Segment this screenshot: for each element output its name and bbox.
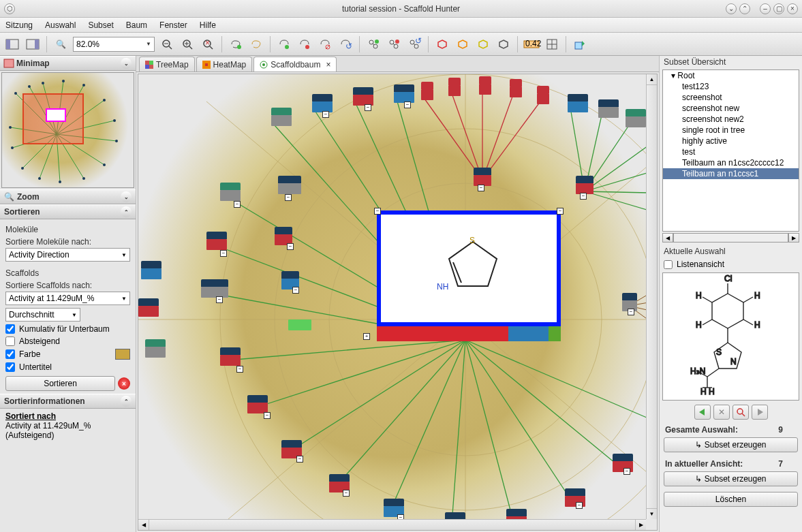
selected-scaffold-box[interactable]: S NH − −	[377, 210, 561, 326]
tab-treemap[interactable]: TreeMap	[139, 57, 195, 72]
menu-auswahl[interactable]: Auswahl	[45, 20, 76, 30]
hex-orange-icon[interactable]	[454, 36, 471, 52]
menu-subset[interactable]: Subset	[88, 20, 113, 30]
zoom-header[interactable]: 🔍 Zoom ⌄	[0, 189, 136, 204]
badge-042-icon[interactable]: 0.42	[523, 36, 540, 52]
nav-delete-button[interactable]: ✕	[713, 405, 730, 420]
selection-structure-view[interactable]: N S H₃N Cl H H H H H H	[662, 272, 799, 401]
node-remove-icon[interactable]	[386, 36, 402, 52]
panel-right-toggle-icon[interactable]	[25, 36, 41, 52]
minimize-icon[interactable]: –	[760, 3, 771, 14]
zoom-fit-icon[interactable]: ×	[200, 36, 216, 52]
sortinfo-header[interactable]: Sortierinformationen ⌃	[0, 394, 136, 409]
grid-icon[interactable]	[544, 36, 560, 52]
minimap-header[interactable]: Minimap ⌄	[0, 56, 136, 71]
subset-tree[interactable]: ▾ Root test123 screenshot screenshot new…	[662, 69, 799, 232]
collapse-icon[interactable]: ⌃	[121, 206, 132, 217]
tree-item[interactable]: Teilbaum an n1csc2ccccc12	[663, 157, 799, 168]
svg-point-16	[305, 45, 309, 49]
sort-header[interactable]: Sortieren ⌃	[0, 204, 136, 219]
delete-button[interactable]: Löschen	[664, 492, 798, 507]
left-panel: Minimap ⌄ 🔍 Zoom ⌄ Sortieren ⌃ Mole	[0, 56, 136, 532]
svg-text:H: H	[696, 320, 702, 330]
scaffold-canvas[interactable]: S NH − −	[138, 74, 657, 530]
node-refresh-icon[interactable]: ↺	[406, 36, 422, 52]
current-selection-title: Aktuelle Auswahl	[660, 245, 802, 257]
svg-line-99	[254, 340, 465, 408]
svg-text:H: H	[754, 320, 760, 330]
close-tab-icon[interactable]: ×	[326, 60, 330, 69]
tab-heatmap[interactable]: HeatMap	[196, 57, 253, 72]
sort-button[interactable]: Sortieren	[5, 376, 115, 391]
hex-red-icon[interactable]	[434, 36, 450, 52]
subtitle-checkbox[interactable]	[5, 362, 15, 372]
zoom-combo[interactable]: 82.0% ▼	[73, 37, 155, 52]
svg-line-140	[743, 319, 753, 325]
color-checkbox[interactable]	[5, 349, 15, 359]
lasso-add-icon[interactable]	[228, 36, 244, 52]
hex-outline-icon[interactable]	[495, 36, 512, 52]
combo-arrow-icon[interactable]: ▼	[146, 41, 151, 47]
tree-item[interactable]: screenshot new2	[663, 114, 799, 125]
tree-root[interactable]: ▾ Root	[663, 70, 799, 81]
hex-yellow-icon[interactable]	[475, 36, 491, 52]
svg-text:Cl: Cl	[724, 274, 732, 283]
horizontal-scrollbar[interactable]: ◀ ▶	[138, 519, 646, 530]
tree-item[interactable]: test123	[663, 81, 799, 92]
select-remove-icon[interactable]	[296, 36, 313, 52]
tree-item[interactable]: screenshot new	[663, 103, 799, 114]
menu-hilfe[interactable]: Hilfe	[200, 20, 216, 30]
sorted-by-value: Activity at 11.429uM_%	[5, 421, 130, 431]
export-icon[interactable]	[572, 36, 588, 52]
select-none-icon[interactable]	[317, 36, 333, 52]
maximize-icon[interactable]: ▢	[773, 3, 784, 14]
zoom-tool-icon[interactable]: 🔍	[52, 36, 69, 52]
collapse-icon[interactable]: ⌃	[121, 396, 132, 407]
minimap[interactable]	[1, 72, 134, 188]
select-add-icon[interactable]	[276, 36, 292, 52]
aggregate-select[interactable]: Durchschnitt▼	[5, 308, 80, 322]
cancel-sort-icon[interactable]: ×	[118, 377, 130, 390]
expand-icon[interactable]: ⌄	[121, 191, 132, 202]
select-invert-icon[interactable]: ↺	[337, 36, 354, 52]
tree-item[interactable]: highly active	[663, 136, 799, 146]
sort-molecules-select[interactable]: Activity Direction▼	[5, 248, 130, 262]
nav-zoom-button[interactable]	[732, 405, 749, 420]
tree-item[interactable]: test	[663, 146, 799, 157]
svg-point-67	[82, 177, 85, 180]
create-subset-view-button[interactable]: ↳ Subset erzeugen	[664, 471, 798, 486]
svg-text:H₃N: H₃N	[690, 366, 705, 376]
nav-next-button[interactable]	[752, 405, 768, 420]
expand-up-icon[interactable]: ⌃	[739, 3, 750, 14]
cumulative-checkbox[interactable]	[5, 324, 15, 334]
svg-rect-75	[145, 65, 149, 69]
menu-fenster[interactable]: Fenster	[159, 20, 187, 30]
descending-checkbox[interactable]	[5, 337, 15, 346]
menu-sitzung[interactable]: Sitzung	[5, 20, 33, 30]
expand-down-icon[interactable]: ⌄	[726, 3, 737, 14]
nav-prev-button[interactable]	[694, 405, 711, 420]
svg-marker-35	[499, 40, 508, 48]
svg-line-103	[452, 340, 465, 524]
tab-scaffoldbaum[interactable]: Scaffoldbaum×	[253, 57, 337, 72]
in-view-count: 7	[778, 459, 783, 469]
create-subset-total-button[interactable]: ↳ Subset erzeugen	[664, 437, 798, 452]
tree-hscroll[interactable]: ◀▶	[662, 233, 799, 242]
tree-item[interactable]: screenshot	[663, 92, 799, 103]
listview-checkbox[interactable]	[664, 260, 673, 269]
menu-baum[interactable]: Baum	[126, 20, 147, 30]
tree-item[interactable]: single root in tree	[663, 125, 799, 136]
svg-marker-124	[449, 242, 497, 286]
node-add-icon[interactable]	[365, 36, 382, 52]
panel-left-toggle-icon[interactable]	[4, 36, 20, 52]
lasso-clear-icon[interactable]	[248, 36, 264, 52]
close-icon[interactable]: ×	[787, 3, 798, 14]
vertical-scrollbar[interactable]: ▲ ▼	[646, 74, 657, 519]
sort-scaffolds-select[interactable]: Activity at 11.429uM_%▼	[5, 292, 130, 305]
svg-point-14	[237, 45, 241, 49]
color-swatch[interactable]	[115, 349, 130, 360]
collapse-icon[interactable]: ⌄	[121, 58, 132, 69]
zoom-in-icon[interactable]	[179, 36, 196, 52]
tree-item-selected[interactable]: Teilbaum an n1ccsc1	[663, 168, 799, 179]
zoom-out-icon[interactable]	[159, 36, 175, 52]
